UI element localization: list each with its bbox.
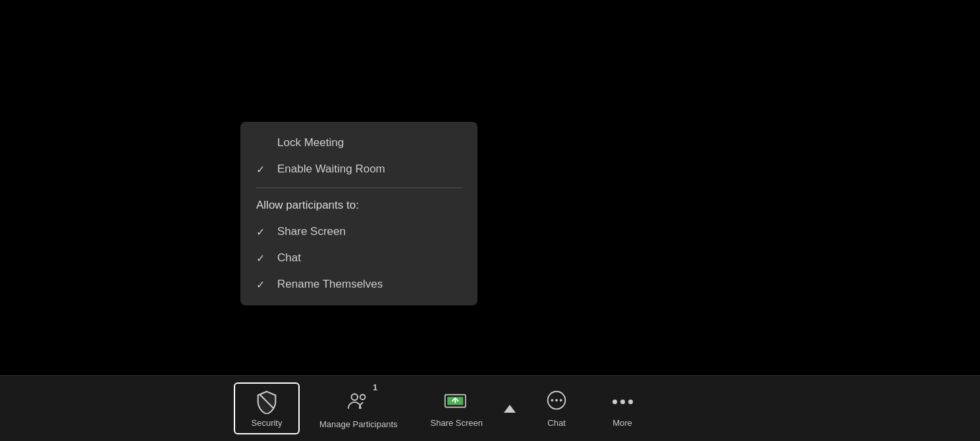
participant-count-badge: 1	[373, 382, 377, 392]
toolbar: Security 1 Manage Participants Share S	[0, 375, 980, 441]
svg-point-7	[551, 399, 553, 402]
dot2	[620, 400, 625, 404]
shield-icon	[254, 389, 279, 414]
svg-point-2	[360, 394, 366, 400]
manage-participants-toolbar-button[interactable]: 1 Manage Participants	[306, 381, 411, 436]
lock-meeting-item[interactable]: ✓ Lock Meeting	[240, 130, 477, 156]
more-toolbar-button[interactable]: More	[589, 382, 655, 434]
share-screen-icon	[444, 389, 469, 414]
manage-participants-label: Manage Participants	[319, 419, 398, 429]
main-video-area	[0, 0, 980, 375]
participants-icon	[346, 388, 371, 413]
dot3	[628, 400, 633, 404]
share-screen-toolbar-button[interactable]: Share Screen	[418, 382, 497, 434]
menu-divider	[256, 188, 462, 188]
rename-label: Rename Themselves	[277, 278, 383, 291]
lock-meeting-label: Lock Meeting	[277, 136, 344, 149]
more-icon	[612, 389, 633, 414]
enable-waiting-room-label: Enable Waiting Room	[277, 163, 385, 176]
allow-chat-item[interactable]: ✓ Chat	[240, 245, 477, 271]
allow-share-screen-item[interactable]: ✓ Share Screen	[240, 219, 477, 245]
security-label: Security	[252, 418, 283, 428]
share-screen-check: ✓	[256, 226, 272, 238]
security-popup: ✓ Lock Meeting ✓ Enable Waiting Room All…	[240, 122, 477, 305]
enable-waiting-room-check: ✓	[256, 163, 272, 176]
chat-check: ✓	[256, 252, 272, 265]
security-toolbar-button[interactable]: Security	[234, 382, 300, 434]
dot1	[612, 400, 617, 404]
enable-waiting-room-item[interactable]: ✓ Enable Waiting Room	[240, 156, 477, 182]
share-screen-label: Share Screen	[277, 225, 346, 238]
chevron-up-icon	[504, 405, 516, 413]
allow-participants-header: Allow participants to:	[240, 194, 477, 219]
share-screen-label: Share Screen	[431, 418, 483, 428]
chat-label: Chat	[277, 251, 301, 265]
chat-icon	[544, 389, 569, 414]
allow-rename-item[interactable]: ✓ Rename Themselves	[240, 271, 477, 298]
svg-point-8	[555, 399, 558, 402]
svg-point-1	[352, 394, 358, 401]
share-screen-chevron[interactable]	[496, 398, 524, 419]
more-label: More	[612, 418, 632, 428]
chat-label: Chat	[547, 418, 565, 428]
svg-point-9	[560, 399, 562, 402]
rename-check: ✓	[256, 278, 272, 291]
chat-toolbar-button[interactable]: Chat	[524, 382, 589, 434]
